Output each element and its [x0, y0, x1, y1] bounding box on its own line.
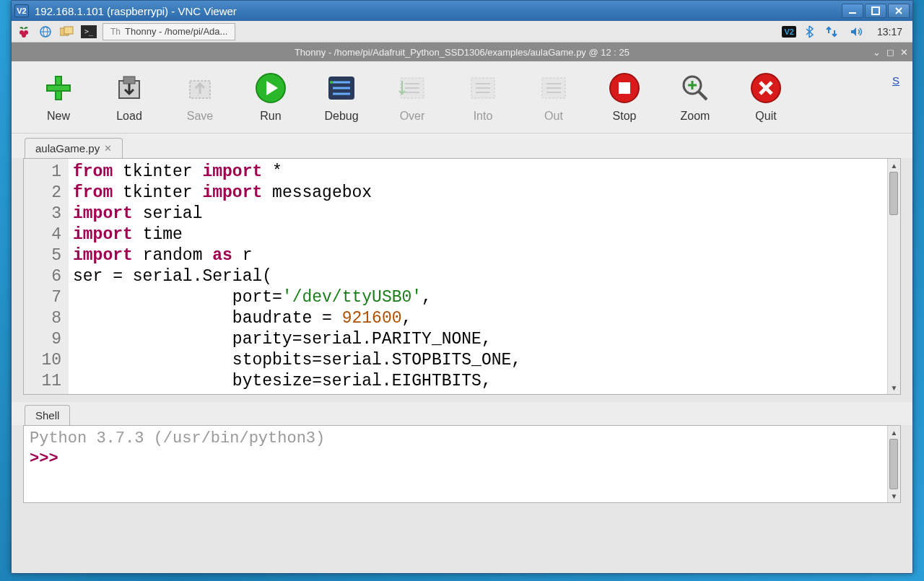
line-number: 7 [24, 287, 61, 308]
line-number: 4 [24, 224, 61, 245]
zoom-icon [679, 72, 711, 104]
minimize-icon [848, 6, 857, 15]
stop-button[interactable]: Stop [606, 72, 642, 123]
editor-tab-row: aulaGame.py ✕ [12, 134, 912, 158]
editor-scrollbar[interactable]: ▲ ▼ [887, 159, 900, 394]
load-label: Load [116, 110, 142, 123]
line-number: 10 [24, 350, 61, 371]
thonny-maximize-icon[interactable]: ◻ [886, 47, 894, 58]
load-button[interactable]: Load [111, 72, 147, 123]
scroll-down-icon[interactable]: ▼ [888, 489, 900, 502]
zoom-button[interactable]: Zoom [677, 72, 713, 123]
line-number: 2 [24, 183, 61, 204]
vnc-logo-icon: V2 [14, 4, 29, 17]
shell-scrollbar[interactable]: ▲ ▼ [887, 426, 900, 502]
rpi-panel: >_ Th Thonny - /home/pi/Ada... V2 13:17 [12, 21, 912, 43]
switch-link[interactable]: S [892, 74, 899, 87]
minimize-button[interactable] [842, 4, 863, 18]
quit-button[interactable]: Quit [748, 72, 784, 123]
svg-rect-0 [849, 12, 856, 14]
volume-icon[interactable] [847, 26, 866, 38]
vnc-titlebar: V2 192.168.1.101 (raspberrypi) - VNC Vie… [12, 1, 912, 21]
stop-icon [609, 72, 640, 104]
code-editor[interactable]: 1 2 3 4 5 6 7 8 9 10 11 from tkinter imp… [23, 158, 901, 395]
svg-line-36 [699, 92, 707, 100]
run-button[interactable]: Run [253, 72, 289, 123]
network-icon[interactable] [822, 26, 841, 38]
file-manager-icon[interactable] [59, 24, 75, 40]
svg-rect-1 [872, 7, 879, 14]
shell-content[interactable]: Python 3.7.3 (/usr/bin/python3)>>> [24, 426, 887, 502]
over-icon [396, 72, 428, 104]
shell-prompt: >>> [30, 450, 58, 468]
svg-rect-13 [123, 77, 135, 84]
panel-clock[interactable]: 13:17 [871, 26, 908, 38]
thonny-close-icon[interactable]: ✕ [900, 47, 908, 58]
vnc-viewer-window: V2 192.168.1.101 (raspberrypi) - VNC Vie… [11, 0, 913, 574]
thonny-taskbar-icon: Th [110, 27, 121, 37]
new-label: New [47, 110, 70, 123]
save-label: Save [187, 110, 213, 123]
out-icon [538, 72, 570, 104]
shell-panel[interactable]: Python 3.7.3 (/usr/bin/python3)>>> ▲ ▼ [23, 425, 901, 503]
maximize-button[interactable] [865, 4, 886, 18]
browser-icon[interactable] [38, 24, 53, 40]
scroll-down-icon[interactable]: ▼ [888, 381, 900, 394]
file-tab-label: aulaGame.py [35, 142, 100, 154]
line-number: 6 [24, 266, 61, 287]
thonny-title: Thonny - /home/pi/Adafruit_Python_SSD130… [295, 47, 629, 58]
close-icon [894, 6, 903, 15]
out-button[interactable]: Out [536, 72, 572, 123]
taskbar-thonny-label: Thonny - /home/pi/Ada... [125, 26, 227, 37]
new-icon [43, 72, 74, 104]
line-gutter: 1 2 3 4 5 6 7 8 9 10 11 [24, 159, 69, 394]
scroll-up-icon[interactable]: ▲ [888, 159, 900, 172]
line-number: 3 [24, 204, 61, 224]
save-icon [184, 72, 216, 104]
quit-icon [750, 72, 782, 104]
out-label: Out [544, 110, 563, 123]
stop-label: Stop [613, 110, 637, 123]
scroll-thumb[interactable] [889, 439, 898, 489]
debug-label: Debug [324, 110, 358, 123]
over-button[interactable]: Over [394, 72, 430, 123]
tab-close-icon[interactable]: ✕ [104, 143, 112, 154]
thonny-minimize-icon[interactable]: ⌄ [873, 47, 881, 58]
line-number: 11 [24, 371, 61, 392]
file-tab[interactable]: aulaGame.py ✕ [25, 138, 123, 158]
rpi-menu-icon[interactable] [16, 24, 32, 40]
thonny-titlebar: Thonny - /home/pi/Adafruit_Python_SSD130… [12, 43, 912, 61]
quit-label: Quit [755, 110, 776, 123]
tray-vnc-icon[interactable]: V2 [782, 26, 796, 38]
line-number: 9 [24, 329, 61, 350]
svg-rect-11 [47, 85, 70, 91]
into-button[interactable]: Into [465, 72, 501, 123]
svg-rect-34 [619, 82, 630, 94]
scroll-thumb[interactable] [889, 172, 898, 215]
run-label: Run [260, 110, 281, 123]
terminal-icon[interactable]: >_ [81, 24, 97, 40]
shell-tab[interactable]: Shell [25, 405, 70, 425]
shell-version: Python 3.7.3 (/usr/bin/python3) [30, 429, 325, 447]
zoom-label: Zoom [681, 110, 710, 123]
run-icon [255, 72, 287, 104]
svg-point-20 [330, 81, 333, 84]
into-label: Into [474, 110, 493, 123]
line-number: 1 [24, 162, 61, 183]
taskbar-thonny[interactable]: Th Thonny - /home/pi/Ada... [103, 23, 235, 40]
debug-button[interactable]: Debug [323, 72, 359, 123]
shell-tab-row: Shell [12, 402, 912, 425]
close-button[interactable] [888, 4, 910, 18]
scroll-up-icon[interactable]: ▲ [888, 426, 900, 439]
line-number: 8 [24, 308, 61, 329]
svg-point-4 [22, 33, 26, 38]
save-button[interactable]: Save [182, 72, 218, 123]
maximize-icon [871, 6, 880, 15]
debug-icon [326, 72, 357, 104]
shell-tab-label: Shell [35, 409, 59, 421]
line-number: 5 [24, 245, 61, 266]
bluetooth-icon[interactable] [802, 25, 816, 38]
vnc-window-title: 192.168.1.101 (raspberrypi) - VNC Viewer [35, 5, 840, 17]
code-content[interactable]: from tkinter import * from tkinter impor… [69, 159, 887, 394]
new-button[interactable]: New [40, 72, 77, 123]
